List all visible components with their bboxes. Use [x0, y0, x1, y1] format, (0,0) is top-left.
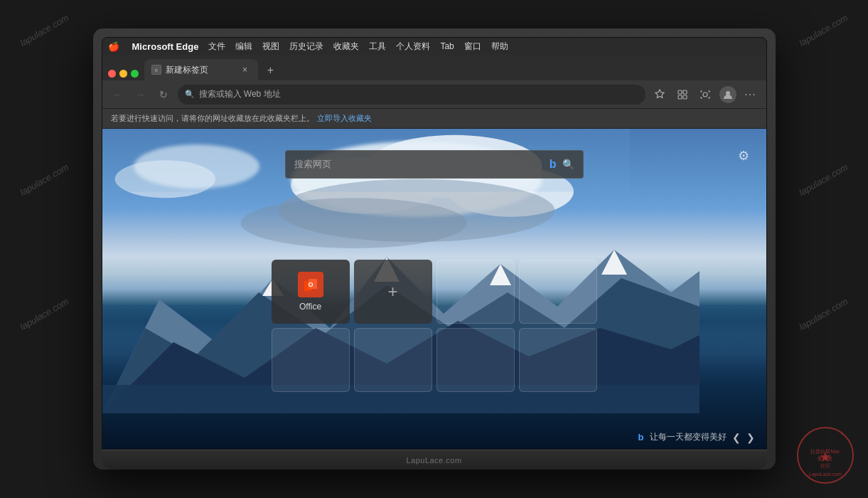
svg-rect-2	[678, 90, 682, 94]
screen-bezel: 🍎 Microsoft Edge 文件 编辑 视图 历史记录 收藏夹 工具 个人…	[102, 37, 767, 450]
menu-history[interactable]: 历史记录	[289, 41, 323, 53]
bottom-bar-text: LapuLace.com	[406, 456, 461, 465]
next-background-button[interactable]: ❯	[746, 432, 755, 443]
svg-text:O: O	[308, 281, 313, 288]
menu-tab[interactable]: Tab	[440, 41, 454, 51]
menu-file[interactable]: 文件	[208, 41, 225, 53]
favorites-icon[interactable]	[651, 86, 668, 103]
macos-menubar: 🍎 Microsoft Edge 文件 编辑 视图 历史记录 收藏夹 工具 个人…	[102, 38, 766, 55]
toolbar-icons: ···	[651, 86, 759, 103]
macbook-frame: 🍎 Microsoft Edge 文件 编辑 视图 历史记录 收藏夹 工具 个人…	[93, 28, 776, 470]
office-label: Office	[299, 302, 321, 312]
svg-rect-4	[678, 95, 682, 99]
newtab-footer: b 让每一天都变得美好 ❮ ❯	[638, 431, 755, 443]
menu-favorites[interactable]: 收藏夹	[333, 41, 359, 53]
search-overlay: 搜索网页 b 🔍	[285, 150, 584, 179]
office-icon: O	[298, 272, 323, 297]
menu-tools[interactable]: 工具	[369, 41, 386, 53]
tab-bar: e 新建标签页 × +	[102, 55, 766, 80]
new-tab-button[interactable]: +	[261, 60, 281, 80]
add-icon: +	[387, 282, 397, 302]
back-button[interactable]: ←	[109, 86, 127, 103]
bookmark-bar: 若要进行快速访问，请将你的网址收藏放在此收藏夹栏上。 立即导入收藏夹	[102, 109, 766, 129]
speed-dial-empty-3[interactable]	[272, 328, 350, 392]
app-name: Microsoft Edge	[132, 41, 199, 52]
active-tab[interactable]: e 新建标签页 ×	[144, 59, 258, 80]
more-button[interactable]: ···	[742, 86, 759, 103]
forward-button[interactable]: →	[132, 86, 149, 103]
settings-gear-button[interactable]: ⚙	[732, 144, 755, 167]
import-favorites-link[interactable]: 立即导入收藏夹	[317, 113, 372, 124]
url-placeholder: 搜索或输入 Web 地址	[199, 88, 281, 100]
address-bar: ← → ↻ 🔍 搜索或输入 Web 地址	[102, 80, 766, 109]
menu-window[interactable]: 窗口	[464, 41, 481, 53]
svg-rect-5	[683, 95, 687, 99]
tab-title: 新建标签页	[166, 64, 235, 76]
speed-dial-empty-2[interactable]	[519, 260, 597, 324]
collections-icon[interactable]	[674, 86, 691, 103]
search-placeholder-text: 搜索网页	[294, 158, 544, 171]
close-window-button[interactable]	[108, 70, 116, 78]
url-bar[interactable]: 🔍 搜索或输入 Web 地址	[178, 85, 645, 105]
browser-chrome: e 新建标签页 × + ← → ↻ 🔍 搜索或输入 Web 地址	[102, 55, 766, 129]
footer-text: 让每一天都变得美好	[650, 431, 727, 443]
search-icon: 🔍	[185, 90, 195, 99]
speed-dial-office[interactable]: O Office	[272, 260, 350, 324]
menu-profile[interactable]: 个人资料	[396, 41, 430, 53]
bookmark-hint-text: 若要进行快速访问，请将你的网址收藏放在此收藏夹栏上。	[111, 113, 314, 124]
macbook-bottom-bar: LapuLace.com	[102, 450, 767, 470]
screenshot-icon[interactable]	[697, 86, 714, 103]
new-tab-page: 搜索网页 b 🔍 ⚙ O O	[102, 129, 766, 449]
speed-dial-empty-1[interactable]	[436, 260, 515, 324]
svg-text:e: e	[154, 67, 158, 73]
speed-dial-empty-6[interactable]	[519, 328, 597, 392]
tab-favicon: e	[151, 65, 161, 75]
refresh-button[interactable]: ↻	[155, 86, 172, 103]
menu-view[interactable]: 视图	[262, 41, 279, 53]
menu-edit[interactable]: 编辑	[235, 41, 252, 53]
profile-button[interactable]	[719, 86, 736, 103]
tab-close-button[interactable]: ×	[240, 64, 251, 75]
apple-menu[interactable]: 🍎	[108, 41, 119, 52]
bing-search-icon[interactable]: b	[550, 158, 557, 171]
speed-dial-add[interactable]: +	[354, 260, 432, 324]
speed-dial-empty-5[interactable]	[436, 328, 515, 392]
prev-background-button[interactable]: ❮	[732, 432, 741, 443]
search-magnifier-icon[interactable]: 🔍	[562, 159, 574, 170]
bing-icon: b	[638, 432, 644, 443]
svg-rect-3	[683, 90, 687, 94]
corner-stamp: ★ 拉普拉斯Mac 爱好者 社区 LapuLace.com	[797, 427, 854, 484]
speed-dial-empty-4[interactable]	[354, 328, 432, 392]
minimize-window-button[interactable]	[119, 70, 127, 78]
fullscreen-window-button[interactable]	[131, 70, 139, 78]
svg-point-6	[703, 92, 707, 97]
search-box[interactable]: 搜索网页 b 🔍	[285, 150, 584, 179]
speed-dial-grid: O Office +	[272, 260, 597, 392]
menu-help[interactable]: 帮助	[491, 41, 508, 53]
